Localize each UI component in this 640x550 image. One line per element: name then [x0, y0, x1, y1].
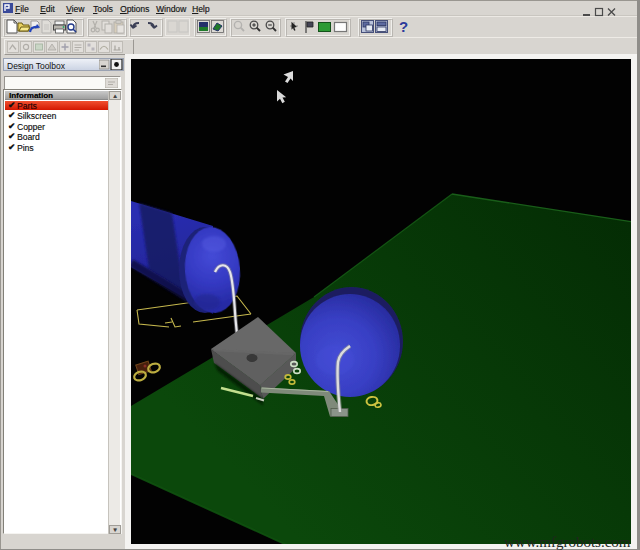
svg-text:?: ?	[399, 18, 408, 35]
